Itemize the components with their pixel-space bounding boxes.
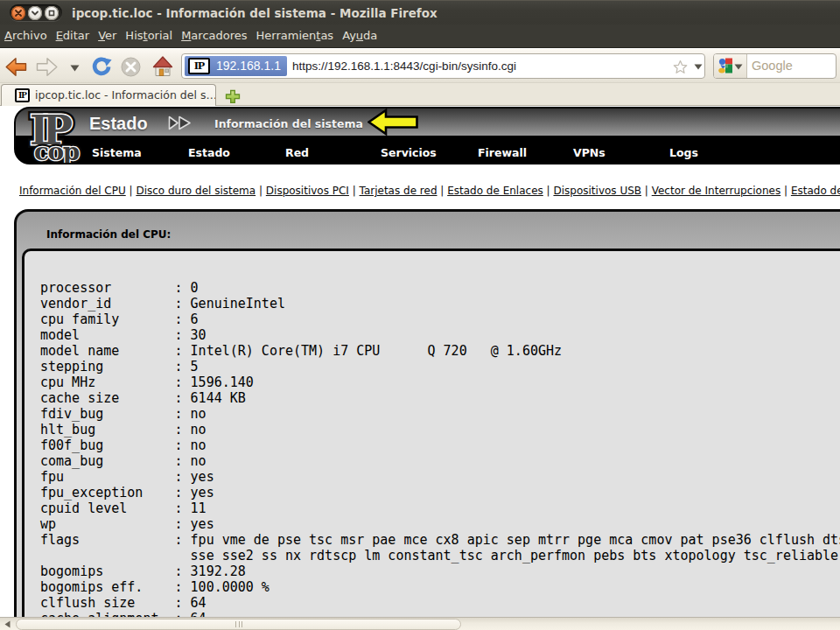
link-separator: | bbox=[126, 185, 136, 197]
home-button[interactable] bbox=[151, 56, 174, 78]
menubar: ArchivoEditarVerHistorialMarcadoresHerra… bbox=[0, 24, 840, 48]
link-separator: | bbox=[349, 185, 360, 197]
window-title: ipcop.tic.loc - Información del sistema … bbox=[72, 1, 438, 25]
double-chevron-icon bbox=[168, 116, 192, 130]
scrollbar-thumb[interactable] bbox=[16, 619, 461, 630]
ipcop-header: IP IP cop cop Estado Información del sis… bbox=[14, 107, 840, 164]
ipcop-nav-servicios[interactable]: Servicios bbox=[381, 146, 437, 159]
cpu-info-inner-box: processor : 0 vendor_id : GenuineIntel c… bbox=[22, 248, 840, 617]
scroll-left-button[interactable] bbox=[0, 618, 15, 630]
menu-ayuda[interactable]: Ayuda bbox=[338, 24, 382, 47]
urlbar[interactable]: IP 192.168.1.1 https://192.168.1.1:8443/… bbox=[181, 53, 705, 79]
link-dispositivos-usb[interactable]: Dispositivos USB bbox=[553, 185, 641, 197]
site-identity-box[interactable]: IP 192.168.1.1 bbox=[185, 56, 287, 76]
search-input[interactable]: Google bbox=[752, 54, 793, 77]
ipcop-nav-sistema[interactable]: Sistema bbox=[92, 146, 142, 159]
tab-active[interactable]: IP ipcop.tic.loc - Información del s… bbox=[1, 84, 216, 106]
titlebar: ipcop.tic.loc - Información del sistema … bbox=[0, 0, 840, 24]
ipcop-nav-estado[interactable]: Estado bbox=[188, 146, 230, 159]
link-información-del-cpu[interactable]: Información del CPU bbox=[19, 185, 126, 197]
banner-section-label: Estado bbox=[89, 114, 148, 134]
minimize-button[interactable] bbox=[28, 6, 42, 20]
menu-marcadores[interactable]: Marcadores bbox=[177, 24, 251, 47]
cpu-info-title: Información del CPU: bbox=[46, 228, 171, 241]
site-favicon-ip: IP bbox=[188, 58, 210, 74]
banner-page-label: Información del sistema bbox=[214, 117, 363, 130]
navigation-toolbar: IP 192.168.1.1 https://192.168.1.1:8443/… bbox=[0, 49, 840, 82]
google-icon bbox=[718, 58, 733, 74]
link-separator: | bbox=[543, 185, 554, 197]
stop-button[interactable] bbox=[121, 57, 141, 77]
link-tarjetas-de-red[interactable]: Tarjetas de red bbox=[360, 185, 438, 197]
menu-ver[interactable]: Ver bbox=[94, 24, 121, 47]
menu-editar[interactable]: Editar bbox=[52, 24, 94, 47]
back-button[interactable] bbox=[5, 57, 27, 77]
link-separator: | bbox=[780, 185, 791, 197]
ipcop-nav-vpns[interactable]: VPNs bbox=[573, 146, 606, 159]
ipcop-nav-firewall[interactable]: Firewall bbox=[478, 146, 527, 159]
section-links: Información del CPU | Disco duro del sis… bbox=[19, 185, 840, 197]
scroll-right-button[interactable] bbox=[826, 618, 840, 630]
link-separator: | bbox=[641, 185, 652, 197]
menu-herramientas[interactable]: Herramientas bbox=[252, 24, 339, 47]
tab-favicon-ip: IP bbox=[15, 88, 30, 102]
window-controls bbox=[10, 4, 62, 21]
cpu-info-section-box: Información del CPU: processor : 0 vendo… bbox=[14, 209, 840, 617]
scrollbar-grip bbox=[235, 621, 243, 627]
cpuinfo-text: processor : 0 vendor_id : GenuineIntel c… bbox=[40, 280, 840, 617]
url-text[interactable]: https://192.168.1.1:8443/cgi-bin/sysinfo… bbox=[292, 54, 516, 78]
urlbar-dropdown-icon[interactable] bbox=[694, 64, 703, 70]
search-engine-button[interactable] bbox=[714, 54, 747, 78]
close-icon bbox=[14, 9, 23, 18]
link-separator: | bbox=[438, 185, 448, 197]
link-dispositivos-pci[interactable]: Dispositivos PCI bbox=[266, 185, 349, 197]
link-estado-de-la-memoria[interactable]: Estado de la Memoria bbox=[791, 185, 840, 197]
link-estado-de-enlaces[interactable]: Estado de Enlaces bbox=[447, 185, 543, 197]
new-tab-button[interactable] bbox=[225, 89, 241, 104]
scroll-left-arrow-icon bbox=[4, 620, 10, 628]
page-content: IP IP cop cop Estado Información del sis… bbox=[0, 106, 840, 617]
forward-button[interactable] bbox=[36, 57, 58, 77]
tab-strip: IP ipcop.tic.loc - Información del s… bbox=[0, 82, 840, 106]
link-separator: | bbox=[256, 185, 266, 197]
tab-label: ipcop.tic.loc - Información del s… bbox=[35, 85, 215, 106]
horizontal-scrollbar[interactable] bbox=[0, 617, 840, 630]
link-disco-duro-del-sistema[interactable]: Disco duro del sistema bbox=[136, 185, 256, 197]
identity-domain: 192.168.1.1 bbox=[216, 56, 281, 76]
ipcop-nav-logs[interactable]: Logs bbox=[669, 146, 698, 159]
reload-button[interactable] bbox=[91, 57, 112, 78]
menu-historial[interactable]: Historial bbox=[121, 24, 177, 47]
search-box[interactable]: Google bbox=[713, 53, 836, 79]
menu-archivo[interactable]: Archivo bbox=[0, 24, 52, 47]
search-engine-dropdown-icon bbox=[734, 64, 743, 70]
ipcop-nav-red[interactable]: Red bbox=[285, 146, 309, 159]
maximize-button[interactable] bbox=[45, 6, 59, 20]
link-vector-de-interrupciones[interactable]: Vector de Interrupciones bbox=[652, 185, 781, 197]
history-dropdown-icon[interactable] bbox=[70, 65, 80, 72]
ipcop-logo: IP IP cop cop bbox=[25, 108, 95, 163]
yellow-back-arrow-icon bbox=[368, 108, 419, 136]
maximize-icon bbox=[47, 9, 56, 18]
close-button[interactable] bbox=[11, 6, 25, 20]
firefox-window: ipcop.tic.loc - Información del sistema … bbox=[0, 0, 840, 630]
bookmark-star-icon[interactable] bbox=[673, 60, 688, 74]
minimize-icon bbox=[31, 9, 39, 18]
svg-text:cop: cop bbox=[34, 137, 80, 163]
